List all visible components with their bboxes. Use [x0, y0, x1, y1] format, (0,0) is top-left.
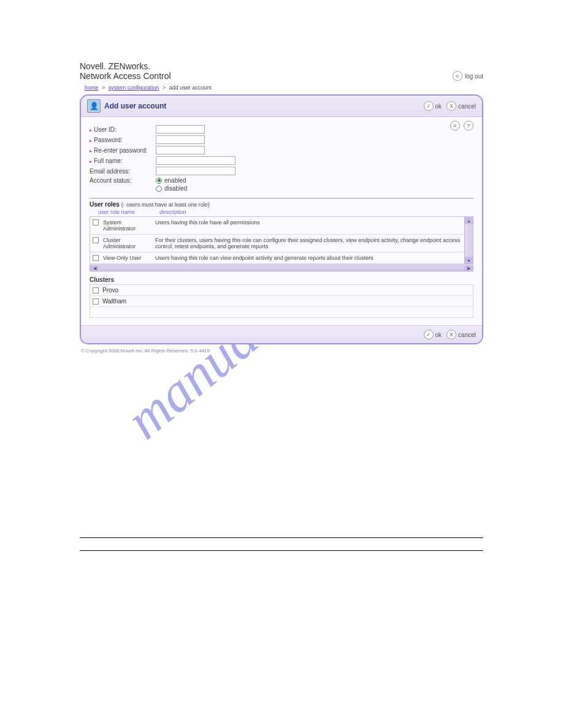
list-icon[interactable]: ≡	[450, 121, 460, 131]
help-icon[interactable]: ?	[464, 121, 473, 131]
radio-disabled[interactable]	[156, 186, 162, 192]
role-name: Cluster Administrator	[101, 235, 153, 252]
logout-icon: ⎋	[453, 71, 462, 81]
scroll-right-icon[interactable]: ▶	[464, 266, 473, 271]
main-panel: 👤 Add user account ✓ ok X cancel ≡ ?	[80, 94, 483, 344]
radio-disabled-label: disabled	[164, 185, 187, 192]
label-password: Password:	[90, 137, 151, 143]
checkmark-icon: ✓	[424, 330, 434, 339]
roles-table: System Administrator Users having this r…	[90, 216, 473, 265]
role-checkbox[interactable]	[93, 237, 99, 243]
checkmark-icon: ✓	[424, 101, 434, 111]
role-name: View-Only User	[101, 252, 153, 264]
cancel-button-bottom[interactable]: X cancel	[446, 330, 476, 339]
breadcrumb-current: add user account	[169, 85, 212, 91]
ok-button-top[interactable]: ✓ ok	[424, 101, 442, 111]
brand-subtitle: Network Access Control	[80, 71, 171, 81]
x-icon: X	[446, 330, 456, 339]
role-name: System Administrator	[101, 217, 153, 234]
page-footer-rules	[80, 537, 483, 551]
horizontal-scrollbar[interactable]: ◀ ▶	[90, 265, 473, 271]
table-row: System Administrator Users having this r…	[90, 217, 473, 235]
role-desc: Users having this role can view endpoint…	[153, 252, 473, 264]
panel-footer: ✓ ok X cancel	[81, 325, 482, 343]
user-account-icon: 👤	[87, 99, 101, 113]
cancel-button-top[interactable]: X cancel	[446, 101, 476, 111]
list-item: Provo	[90, 285, 473, 296]
col-role-desc: description	[159, 209, 186, 215]
brand-block: Novell. ZENworks. Network Access Control	[80, 61, 171, 81]
ok-button-bottom[interactable]: ✓ ok	[424, 330, 442, 339]
breadcrumb: home > system configuration > add user a…	[85, 85, 483, 91]
user-roles-label: User roles (- users must have at least o…	[90, 201, 473, 208]
cluster-name: Waltham	[102, 298, 126, 305]
cluster-checkbox[interactable]	[93, 287, 99, 294]
cluster-name: Provo	[102, 287, 118, 294]
label-email: Email address:	[90, 168, 151, 175]
list-item: Waltham	[90, 296, 473, 307]
fullname-input[interactable]	[156, 156, 236, 165]
password-input[interactable]	[156, 135, 205, 144]
role-checkbox[interactable]	[93, 255, 99, 261]
clusters-list: Provo Waltham	[90, 284, 473, 318]
vertical-scrollbar[interactable]: ▲ ▼	[464, 217, 473, 264]
brand-name-1: Novell	[80, 61, 104, 71]
breadcrumb-home[interactable]: home	[85, 85, 99, 91]
scroll-down-icon[interactable]: ▼	[465, 257, 473, 264]
email-input[interactable]	[156, 167, 236, 175]
reenter-password-input[interactable]	[156, 146, 205, 154]
app-header: Novell. ZENworks. Network Access Control…	[80, 61, 483, 81]
role-desc: For their clusters, users having this ro…	[153, 235, 473, 252]
radio-enabled-label: enabled	[164, 177, 186, 184]
copyright-text: © Copyright 2008 Novell Inc. All Rights …	[81, 348, 483, 354]
scroll-left-icon[interactable]: ◀	[90, 266, 99, 271]
table-row: Cluster Administrator For their clusters…	[90, 235, 473, 252]
x-icon: X	[446, 101, 456, 111]
label-fullname: Full name:	[90, 157, 151, 164]
cluster-checkbox[interactable]	[93, 298, 99, 305]
scroll-up-icon[interactable]: ▲	[465, 217, 473, 224]
logout-label: log out	[465, 73, 483, 80]
userid-input[interactable]	[156, 125, 205, 134]
label-reenter: Re-enter password:	[90, 147, 151, 154]
table-row: View-Only User Users having this role ca…	[90, 252, 473, 264]
col-role-name: user role name	[98, 209, 159, 215]
panel-header: 👤 Add user account ✓ ok X cancel	[81, 96, 482, 117]
breadcrumb-sysconf[interactable]: system configuration	[109, 85, 159, 91]
label-account-status: Account status:	[90, 177, 151, 184]
radio-enabled[interactable]	[156, 178, 162, 184]
label-userid: User ID:	[90, 126, 151, 133]
logout-link[interactable]: ⎋ log out	[453, 71, 483, 81]
page-title: Add user account	[104, 102, 166, 110]
role-desc: Users having this role have all permissi…	[153, 217, 473, 234]
clusters-label: Clusters	[90, 276, 473, 283]
role-checkbox[interactable]	[93, 219, 99, 226]
brand-name-2: ZENworks.	[109, 61, 150, 71]
